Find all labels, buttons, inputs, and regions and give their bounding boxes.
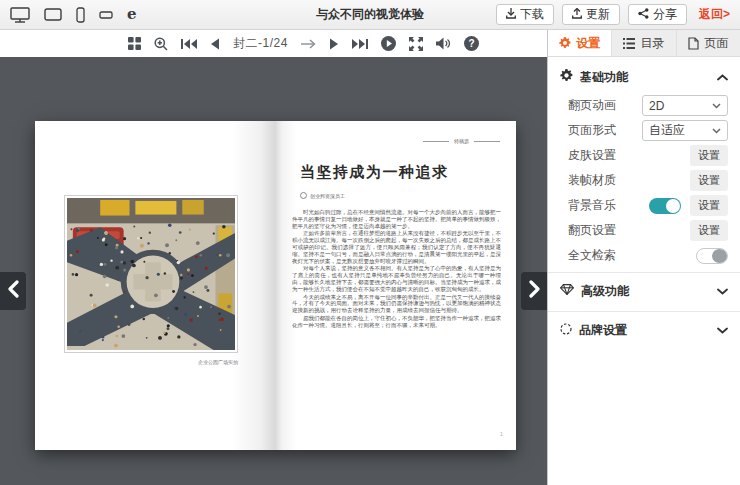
update-button[interactable]: 更新 — [562, 4, 620, 25]
binding-material-settings-button[interactable]: 设置 — [690, 170, 728, 191]
diamond-icon — [560, 284, 574, 298]
brand-icon — [560, 323, 572, 338]
back-link[interactable]: 返回> — [699, 6, 730, 23]
article-byline: 创业邦资深员工 — [300, 192, 345, 199]
first-page-icon[interactable] — [181, 38, 197, 50]
page-icon — [688, 37, 699, 50]
article-paragraph: 时光如白驹过隙，总在不经意间悄然流逝。对每一个大步向前的人而言，能够把一件平凡的… — [292, 209, 501, 229]
viewer-toolbar: 封二-1/24 ? — [0, 30, 547, 57]
book-page-left[interactable]: 企业公园广场实拍 — [35, 121, 275, 450]
fulltext-search-toggle[interactable] — [696, 248, 728, 264]
zoom-in-icon[interactable] — [154, 37, 168, 51]
section-brand-settings[interactable]: 品牌设置 — [560, 314, 728, 346]
setting-row-fulltext-search: 全文检索 — [560, 243, 728, 268]
top-bar: e 与众不同的视觉体验 下载 更新 分享 返回> — [0, 0, 740, 30]
setting-row-flip-animation: 翻页动画 2D — [560, 93, 728, 118]
byline-avatar-icon — [300, 192, 307, 199]
divider — [548, 311, 740, 312]
tab-pages[interactable]: 页面 — [677, 30, 740, 56]
tablet-icon[interactable] — [44, 8, 62, 21]
tab-settings[interactable]: 设置 — [548, 30, 612, 56]
divider — [548, 272, 740, 273]
goto-arrow-icon[interactable] — [301, 39, 316, 49]
setting-row-flip-settings: 翻页设置 设置 — [560, 218, 728, 243]
svg-text:?: ? — [468, 38, 474, 49]
tab-catalog[interactable]: 目录 — [612, 30, 676, 56]
desktop-icon[interactable] — [10, 7, 30, 23]
section-basic-functions[interactable]: 基础功能 — [560, 61, 728, 93]
list-icon — [623, 38, 635, 49]
volume-icon[interactable] — [436, 37, 451, 50]
setting-row-skin: 皮肤设置 设置 — [560, 143, 728, 168]
flip-animation-select[interactable]: 2D — [642, 95, 728, 116]
article-title: 当坚持成为一种追求 — [300, 163, 449, 182]
fullscreen-icon[interactable] — [409, 37, 423, 51]
setting-row-binding-material: 装帧材质 设置 — [560, 168, 728, 193]
page-indicator[interactable]: 封二-1/24 — [233, 35, 288, 52]
article-paragraph: 今天的成绩来之不易，离不开每一位同事的辛勤付出。正是一代又一代人的接续奋斗，才有… — [292, 294, 501, 314]
book-page-right[interactable]: 特稿选 当坚持成为一种追求 创业邦资深员工 时光如白驹过隙，总在不经意间悄然流逝… — [275, 121, 516, 450]
chevron-down-icon — [717, 288, 728, 295]
plaza-photo — [64, 195, 238, 353]
page-mode-select[interactable]: 自适应 — [642, 120, 728, 141]
background-music-toggle[interactable] — [649, 198, 681, 214]
section-label: 特稿选 — [423, 138, 500, 144]
phone-icon[interactable] — [76, 7, 85, 23]
next-spread-button[interactable] — [521, 272, 547, 310]
gear-icon — [559, 37, 571, 49]
gear-icon — [560, 69, 573, 85]
autoplay-icon[interactable] — [381, 36, 396, 51]
book-stage: 企业公园广场实拍 特稿选 当坚持成为一种追求 创业邦资深员工 时光如白驹过隙，总… — [0, 57, 547, 485]
next-page-icon[interactable] — [329, 38, 339, 50]
skin-settings-button[interactable]: 设置 — [690, 145, 728, 166]
upload-icon — [572, 8, 582, 22]
page-number: 1 — [500, 431, 503, 437]
last-page-icon[interactable] — [352, 38, 368, 50]
photo-caption: 企业公园广场实拍 — [64, 359, 238, 365]
help-icon[interactable]: ? — [464, 36, 479, 51]
section-advanced-functions[interactable]: 高级功能 — [560, 275, 728, 307]
settings-panel: 基础功能 翻页动画 2D 页面形式 自适应 皮肤设置 设置 装帧材质 设置 背景… — [548, 57, 740, 485]
share-icon — [638, 8, 649, 22]
book-spread: 企业公园广场实拍 特稿选 当坚持成为一种追求 创业邦资深员工 时光如白驹过隙，总… — [35, 121, 516, 450]
chevron-up-icon — [717, 74, 728, 81]
prev-spread-button[interactable] — [0, 272, 26, 310]
prev-page-icon[interactable] — [210, 38, 220, 50]
device-preview-switcher: e — [10, 7, 137, 23]
share-button[interactable]: 分享 — [628, 4, 687, 25]
background-music-settings-button[interactable]: 设置 — [690, 195, 728, 216]
setting-row-background-music: 背景音乐 设置 — [560, 193, 728, 218]
flip-settings-button[interactable]: 设置 — [690, 220, 728, 241]
chevron-right-icon — [529, 280, 540, 302]
chevron-left-icon — [8, 280, 19, 302]
article-paragraph: 对每个人来说，坚持的意义各不相同。有人坚持是为了心中的热爱，有人坚持是为了肩上的… — [292, 265, 501, 292]
settings-sidebar: 设置 目录 页面 基础功能 翻页动画 2D 页面形式 — [547, 30, 740, 485]
article-body: 时光如白驹过隙，总在不经意间悄然流逝。对每一个大步向前的人而言，能够把一件平凡的… — [292, 209, 501, 426]
sidebar-tabs: 设置 目录 页面 — [548, 30, 740, 57]
mini-device-icon[interactable] — [99, 11, 113, 19]
download-icon — [506, 8, 516, 22]
chevron-down-icon — [717, 327, 728, 334]
article-paragraph: 愿我们都能在各自的岗位上，守住初心，不负韶华，把坚持当作一种追求，把追求化作一种… — [292, 315, 501, 329]
browser-e-icon[interactable]: e — [127, 7, 137, 22]
thumbnails-icon[interactable] — [128, 37, 141, 50]
article-paragraph: 正如许多前辈所言，在通往梦想的道路上从来没有捷径，不积跬步无以至千里，不积小流无… — [292, 230, 501, 264]
setting-row-page-mode: 页面形式 自适应 — [560, 118, 728, 143]
download-button[interactable]: 下载 — [496, 4, 554, 25]
